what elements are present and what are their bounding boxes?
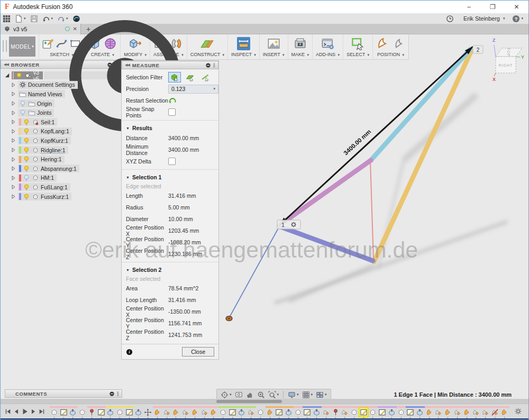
timeline-feature-icon[interactable] xyxy=(163,408,171,416)
timeline-feature-bo[interactable] xyxy=(294,406,302,418)
timeline-feature-pi[interactable] xyxy=(88,406,96,418)
user-menu[interactable]: Erik Steinberg xyxy=(463,15,500,22)
capture-position-icon[interactable] xyxy=(376,37,389,50)
timeline-feature-icon[interactable] xyxy=(134,408,142,416)
selection1-section-header[interactable]: ▼Selection 1 xyxy=(122,172,218,181)
timeline-feature-icon[interactable] xyxy=(463,408,471,416)
expand-icon[interactable] xyxy=(10,109,17,116)
timeline-feature-bo[interactable] xyxy=(50,406,58,418)
timeline-feature-jo[interactable] xyxy=(463,406,471,418)
timeline-feature-icon[interactable] xyxy=(60,408,68,416)
timeline-feature-ex[interactable] xyxy=(388,406,396,418)
timeline-feature-icon[interactable] xyxy=(491,408,499,416)
bulb-off-icon[interactable] xyxy=(19,109,26,116)
timeline-feature-icon[interactable] xyxy=(106,408,114,416)
timeline-step-forward-button[interactable] xyxy=(30,408,37,415)
tube-foot-violet[interactable] xyxy=(281,227,373,261)
orbit-button[interactable]: ▾ xyxy=(221,391,232,399)
timeline-feature-ex[interactable] xyxy=(238,406,245,418)
viewports-button[interactable]: ▾ xyxy=(316,391,327,399)
close-button[interactable]: ✕ xyxy=(505,1,528,13)
timeline-feature-jo[interactable] xyxy=(444,406,452,418)
timeline-feature-jo[interactable] xyxy=(191,406,199,418)
minimize-button[interactable]: – xyxy=(457,1,481,13)
timeline-scroll-thumb[interactable] xyxy=(216,400,282,403)
expand-icon[interactable] xyxy=(10,175,17,181)
timeline-feature-sk[interactable] xyxy=(360,406,368,418)
timeline-feature-j2[interactable] xyxy=(341,406,349,418)
timeline-feature-sk[interactable] xyxy=(378,406,386,418)
expand-icon[interactable] xyxy=(10,165,17,172)
browser-root-row[interactable]: v3 v5 xyxy=(3,71,120,80)
timeline-feature-j2[interactable] xyxy=(434,406,442,418)
timeline-feature-jo[interactable] xyxy=(172,406,180,418)
timeline-feature-icon[interactable] xyxy=(378,408,386,416)
timeline-feature-sk[interactable] xyxy=(60,406,68,418)
collapse-panel-icon[interactable]: ◀◀ xyxy=(125,63,130,67)
timeline-feature-jo[interactable] xyxy=(425,406,433,418)
timeline-feature-icon[interactable] xyxy=(144,408,152,416)
timeline-feature-jo[interactable] xyxy=(500,406,508,418)
timeline-feature-icon[interactable] xyxy=(453,408,461,416)
timeline-feature-icon[interactable] xyxy=(434,408,442,416)
bulb-on-icon[interactable] xyxy=(23,156,30,163)
timeline-feature-bo[interactable] xyxy=(116,406,124,418)
timeline-feature-ex[interactable] xyxy=(416,406,424,418)
timeline-feature-sk[interactable] xyxy=(303,406,311,418)
expand-icon[interactable] xyxy=(10,128,17,135)
timeline-feature-sk[interactable] xyxy=(406,406,414,418)
browser-item-abspannung1[interactable]: Abspannung:1 xyxy=(3,164,120,174)
timeline-scrollbar[interactable] xyxy=(1,399,528,404)
tube-head-pink[interactable] xyxy=(279,160,371,225)
bulb-on-icon[interactable] xyxy=(23,184,30,191)
expand-icon[interactable] xyxy=(10,193,17,200)
timeline-feature-icon[interactable] xyxy=(303,408,311,416)
selection2-section-header[interactable]: ▼Selection 2 xyxy=(122,264,218,274)
timeline-feature-icon[interactable] xyxy=(172,408,180,416)
rope-blue[interactable] xyxy=(229,226,279,318)
timeline-feature-sk[interactable] xyxy=(275,406,283,418)
timeline-play-button[interactable] xyxy=(21,408,29,415)
timeline-feature-icon[interactable] xyxy=(360,408,368,416)
timeline-feature-sk[interactable] xyxy=(97,406,105,418)
timeline-feature-ex[interactable] xyxy=(285,406,293,418)
timeline-feature-pi[interactable] xyxy=(332,406,340,418)
timeline-feature-icon[interactable] xyxy=(406,408,414,416)
timeline-feature-icon[interactable] xyxy=(191,408,199,416)
measure-icon[interactable] xyxy=(237,37,250,50)
selection-marker-1[interactable]: 1 xyxy=(277,220,300,229)
expand-icon[interactable] xyxy=(10,81,17,88)
panel-grip-icon[interactable]: ∥ xyxy=(117,391,120,396)
bulb-on-icon[interactable] xyxy=(15,72,23,79)
timeline-feature-ex[interactable] xyxy=(106,406,114,418)
ribbon-group-label[interactable]: MAKE ▾ xyxy=(291,51,309,58)
browser-item-fusskurz1[interactable]: FussKurz:1 xyxy=(3,192,120,202)
timeline-feature-bo[interactable] xyxy=(397,406,405,418)
timeline-feature-icon[interactable] xyxy=(200,408,208,416)
timeline-feature-icon[interactable] xyxy=(332,408,340,416)
timeline-feature-icon[interactable] xyxy=(238,408,245,416)
print-3d-icon[interactable] xyxy=(294,37,307,50)
scripts-icon[interactable] xyxy=(321,37,334,50)
select-window-icon[interactable] xyxy=(351,37,364,50)
pan-button[interactable] xyxy=(246,391,254,399)
timeline-settings-gear-icon[interactable] xyxy=(514,407,522,415)
timeline-feature-icon[interactable] xyxy=(341,408,349,416)
tube-side-yellow[interactable] xyxy=(374,51,471,262)
timeline-feature-j2[interactable] xyxy=(472,406,480,418)
info-icon[interactable]: i xyxy=(126,349,133,355)
bulb-on-icon[interactable] xyxy=(23,147,30,154)
insert-image-icon[interactable] xyxy=(267,37,280,50)
timeline-feature-bo[interactable] xyxy=(78,406,86,418)
timeline-feature-icon[interactable] xyxy=(322,408,330,416)
ground-peg[interactable] xyxy=(226,316,232,321)
expand-icon[interactable] xyxy=(10,184,17,190)
timeline-feature-icon[interactable] xyxy=(294,408,302,416)
ribbon-group-label[interactable]: INSPECT ▾ xyxy=(231,51,256,58)
timeline-feature-icon[interactable] xyxy=(247,408,255,416)
timeline-feature-icon[interactable] xyxy=(266,408,274,416)
expand-icon[interactable] xyxy=(10,137,17,144)
timeline-feature-bo[interactable] xyxy=(257,406,264,418)
selection-marker-2[interactable]: 2 xyxy=(473,45,483,53)
timeline-feature-icon[interactable] xyxy=(78,408,86,416)
